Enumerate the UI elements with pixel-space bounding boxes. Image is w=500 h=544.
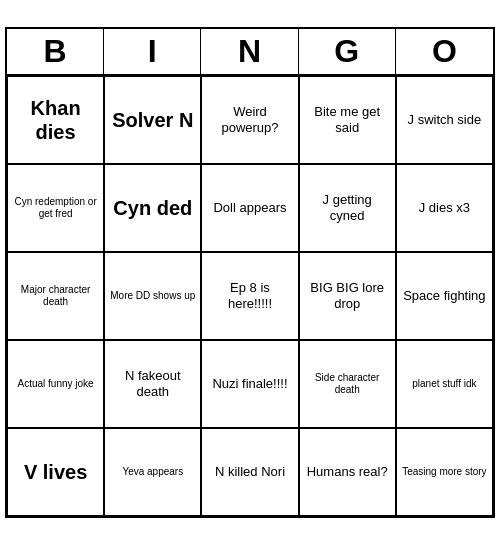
cell-15[interactable]: Actual funny joke (7, 340, 104, 428)
cell-16[interactable]: N fakeout death (104, 340, 201, 428)
cell-0[interactable]: Khan dies (7, 76, 104, 164)
cell-4[interactable]: J switch side (396, 76, 493, 164)
cell-19[interactable]: planet stuff idk (396, 340, 493, 428)
cell-7[interactable]: Doll appears (201, 164, 298, 252)
cell-24[interactable]: Teasing more story (396, 428, 493, 516)
cell-20[interactable]: V lives (7, 428, 104, 516)
cell-14[interactable]: Space fighting (396, 252, 493, 340)
cell-8[interactable]: J getting cyned (299, 164, 396, 252)
cell-13[interactable]: BIG BIG lore drop (299, 252, 396, 340)
cell-21[interactable]: Yeva appears (104, 428, 201, 516)
bingo-card: B I N G O Khan dies Solver N Weird power… (5, 27, 495, 518)
bingo-header: B I N G O (7, 29, 493, 76)
cell-2[interactable]: Weird powerup? (201, 76, 298, 164)
header-n: N (201, 29, 298, 74)
cell-1[interactable]: Solver N (104, 76, 201, 164)
bingo-grid: Khan dies Solver N Weird powerup? Bite m… (7, 76, 493, 516)
cell-11[interactable]: More DD shows up (104, 252, 201, 340)
cell-9[interactable]: J dies x3 (396, 164, 493, 252)
cell-23[interactable]: Humans real? (299, 428, 396, 516)
cell-12[interactable]: Ep 8 is here!!!!! (201, 252, 298, 340)
cell-5[interactable]: Cyn redemption or get fred (7, 164, 104, 252)
header-o: O (396, 29, 493, 74)
cell-6[interactable]: Cyn ded (104, 164, 201, 252)
header-i: I (104, 29, 201, 74)
cell-22[interactable]: N killed Nori (201, 428, 298, 516)
cell-10[interactable]: Major character death (7, 252, 104, 340)
header-g: G (299, 29, 396, 74)
header-b: B (7, 29, 104, 74)
cell-3[interactable]: Bite me get said (299, 76, 396, 164)
cell-17[interactable]: Nuzi finale!!!! (201, 340, 298, 428)
cell-18[interactable]: Side character death (299, 340, 396, 428)
